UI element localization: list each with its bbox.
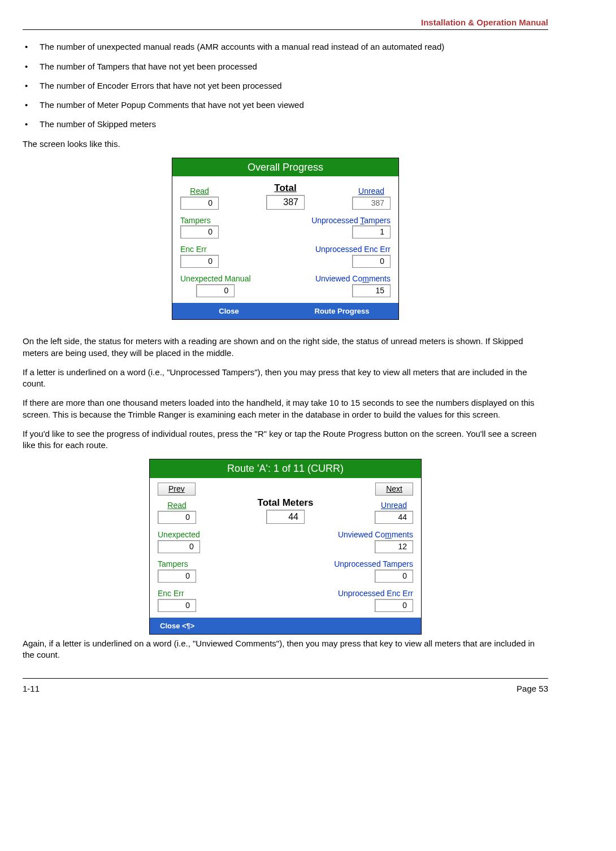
unprocessed-tampers-label[interactable]: Unprocessed Tampers	[311, 215, 391, 226]
window-title: Route 'A': 1 of 11 (CURR)	[150, 459, 421, 477]
bullet-item: The number of unexpected manual reads (A…	[40, 41, 548, 53]
encerr-label: Enc Err	[180, 244, 219, 255]
read-label: Read	[180, 186, 219, 197]
unviewed-comments-value: 12	[375, 540, 413, 553]
unexpected-manual-value: 0	[196, 284, 235, 297]
paragraph: If you'd like to see the progress of ind…	[23, 428, 548, 451]
screenshot-overall-progress: Overall Progress Read 0 Total 387 Unread…	[172, 158, 399, 320]
encerr-value: 0	[158, 599, 196, 612]
footer-right: Page 53	[517, 683, 548, 694]
close-button[interactable]: Close <¶>	[150, 618, 421, 635]
tampers-value: 0	[180, 225, 219, 238]
read-value: 0	[180, 197, 219, 210]
unprocessed-encerr-value: 0	[375, 599, 413, 612]
tampers-value: 0	[158, 570, 196, 583]
unviewed-comments-value: 15	[352, 284, 391, 297]
total-label: Total Meters	[258, 497, 314, 510]
unprocessed-encerr-label[interactable]: Unprocessed Enc Err	[315, 244, 391, 255]
unexpected-manual-label: Unexpected Manual	[180, 273, 251, 284]
unviewed-comments-label[interactable]: Unviewed Comments	[338, 529, 413, 540]
screenshot-route-progress: Route 'A': 1 of 11 (CURR) Prev Next Read…	[149, 459, 422, 635]
tampers-label: Tampers	[158, 559, 196, 570]
bullet-list: The number of unexpected manual reads (A…	[23, 41, 548, 130]
unprocessed-tampers-label[interactable]: Unprocessed Tampers	[334, 559, 413, 570]
bottom-bar: Close <¶>	[150, 618, 421, 635]
tampers-label: Tampers	[180, 215, 219, 226]
unprocessed-tampers-value: 1	[352, 225, 391, 238]
page-footer: 1-11 Page 53	[23, 678, 548, 694]
unexpected-label: Unexpected	[158, 529, 200, 540]
unprocessed-encerr-value: 0	[352, 255, 391, 268]
bullet-item: The number of Tampers that have not yet …	[40, 61, 548, 72]
total-label: Total	[266, 182, 305, 195]
prev-button[interactable]: Prev	[158, 483, 196, 496]
close-button[interactable]: Close	[172, 303, 285, 320]
bullet-item: The number of Meter Popup Comments that …	[40, 99, 548, 111]
paragraph: Again, if a letter is underlined on a wo…	[23, 638, 548, 661]
paragraph: The screen looks like this.	[23, 138, 548, 150]
unread-label: Unread	[375, 500, 413, 511]
unprocessed-encerr-label[interactable]: Unprocessed Enc Err	[338, 588, 413, 599]
read-value: 0	[158, 511, 196, 524]
route-progress-button[interactable]: Route Progress	[285, 303, 398, 320]
encerr-value: 0	[180, 255, 219, 268]
unprocessed-tampers-value: 0	[375, 570, 413, 583]
total-value: 387	[266, 195, 305, 210]
unread-value: 387	[352, 197, 391, 210]
read-label: Read	[158, 500, 196, 511]
total-value: 44	[266, 510, 305, 524]
unread-label: Unread	[352, 186, 391, 197]
unread-value: 44	[375, 511, 413, 524]
paragraph: On the left side, the status for meters …	[23, 336, 548, 359]
window-title: Overall Progress	[172, 158, 398, 176]
bullet-item: The number of Encoder Errors that have n…	[40, 80, 548, 92]
encerr-label: Enc Err	[158, 588, 196, 599]
bullet-item: The number of Skipped meters	[40, 119, 548, 130]
paragraph: If there are more than one thousand mete…	[23, 397, 548, 420]
footer-left: 1-11	[23, 683, 40, 694]
page-header: Installation & Operation Manual	[23, 17, 548, 30]
unviewed-comments-label[interactable]: Unviewed Comments	[315, 273, 391, 284]
paragraph: If a letter is underlined on a word (i.e…	[23, 367, 548, 390]
bottom-bar: Close Route Progress	[172, 303, 398, 320]
unexpected-value: 0	[158, 540, 200, 553]
next-button[interactable]: Next	[375, 483, 413, 496]
